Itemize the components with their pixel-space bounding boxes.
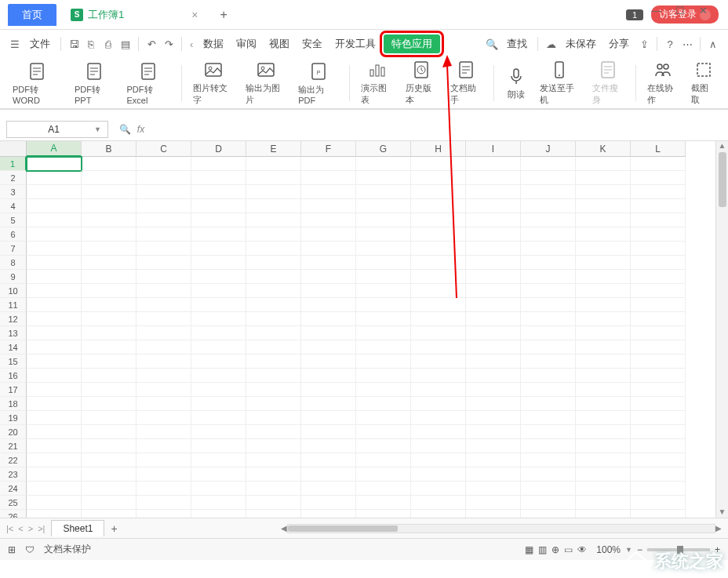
cell-F24[interactable]	[301, 482, 356, 496]
cell-K14[interactable]	[576, 340, 631, 354]
cell-D4[interactable]	[191, 199, 246, 213]
ribbon-演示图表[interactable]: 演示图表	[355, 60, 399, 106]
cell-J21[interactable]	[521, 439, 576, 453]
cell-F18[interactable]	[301, 397, 356, 411]
cell-D6[interactable]	[191, 227, 246, 242]
status-collapse-icon[interactable]: ⊞	[8, 544, 16, 555]
cell-I19[interactable]	[466, 411, 521, 425]
col-header-E[interactable]: E	[246, 141, 301, 157]
row-header-13[interactable]: 13	[0, 326, 27, 340]
cell-J23[interactable]	[521, 467, 576, 482]
row-header-8[interactable]: 8	[0, 256, 27, 270]
cell-B18[interactable]	[82, 397, 136, 411]
cell-D9[interactable]	[191, 270, 246, 284]
cell-E23[interactable]	[246, 467, 301, 482]
cell-I17[interactable]	[466, 383, 521, 397]
search-button[interactable]: 查找	[502, 37, 532, 51]
cell-K1[interactable]	[576, 157, 631, 171]
row-header-20[interactable]: 20	[0, 425, 27, 439]
save-as-icon[interactable]: ⎘	[84, 37, 98, 51]
cell-B5[interactable]	[82, 213, 136, 227]
cell-J19[interactable]	[521, 411, 576, 425]
cell-F15[interactable]	[301, 354, 356, 369]
cell-I24[interactable]	[466, 482, 521, 496]
cell-F9[interactable]	[301, 270, 356, 284]
cell-H5[interactable]	[411, 213, 466, 227]
cell-C17[interactable]	[136, 383, 191, 397]
cell-E6[interactable]	[246, 227, 301, 242]
cell-J7[interactable]	[521, 242, 576, 256]
cell-A9[interactable]	[27, 270, 82, 284]
sheet-tab-active[interactable]: Sheet1	[51, 520, 104, 536]
row-header-17[interactable]: 17	[0, 383, 27, 397]
cell-J22[interactable]	[521, 453, 576, 467]
vertical-scrollbar[interactable]: ▲ ▼	[715, 141, 728, 518]
help-icon[interactable]: ?	[663, 37, 677, 51]
row-header-26[interactable]: 26	[0, 510, 27, 518]
cell-L14[interactable]	[631, 340, 686, 354]
cell-D25[interactable]	[191, 496, 246, 510]
row-header-23[interactable]: 23	[0, 467, 27, 482]
cell-L19[interactable]	[631, 411, 686, 425]
cell-D15[interactable]	[191, 354, 246, 369]
cell-A11[interactable]	[27, 298, 82, 312]
cell-L1[interactable]	[631, 157, 686, 171]
cell-I6[interactable]	[466, 227, 521, 242]
cell-B21[interactable]	[82, 439, 136, 453]
cell-J5[interactable]	[521, 213, 576, 227]
cell-H24[interactable]	[411, 482, 466, 496]
ribbon-PDF转Excel[interactable]: PDF转Excel	[121, 62, 177, 105]
cell-F5[interactable]	[301, 213, 356, 227]
cell-G13[interactable]	[356, 326, 411, 340]
view-pagebreak-icon[interactable]: ⊕	[551, 544, 559, 555]
save-icon[interactable]: 🖫	[67, 37, 81, 51]
cell-E22[interactable]	[246, 453, 301, 467]
view-pagelayout-icon[interactable]: ▥	[538, 544, 547, 555]
cell-J12[interactable]	[521, 312, 576, 326]
cell-D12[interactable]	[191, 312, 246, 326]
cell-K25[interactable]	[576, 496, 631, 510]
cell-C25[interactable]	[136, 496, 191, 510]
cell-K18[interactable]	[576, 397, 631, 411]
cell-C14[interactable]	[136, 340, 191, 354]
cell-A6[interactable]	[27, 227, 82, 242]
row-header-16[interactable]: 16	[0, 369, 27, 383]
row-header-19[interactable]: 19	[0, 411, 27, 425]
cell-J20[interactable]	[521, 425, 576, 439]
cell-K21[interactable]	[576, 439, 631, 453]
unsaved-label[interactable]: 未保存	[561, 37, 601, 51]
cell-A24[interactable]	[27, 482, 82, 496]
cell-E5[interactable]	[246, 213, 301, 227]
cell-B17[interactable]	[82, 383, 136, 397]
file-menu[interactable]: 文件	[25, 37, 55, 51]
name-box-dropdown-icon[interactable]: ▼	[94, 125, 101, 133]
cell-L8[interactable]	[631, 256, 686, 270]
close-window-icon[interactable]: ✕	[699, 5, 708, 16]
cell-I16[interactable]	[466, 369, 521, 383]
cell-G4[interactable]	[356, 199, 411, 213]
cell-J14[interactable]	[521, 340, 576, 354]
cell-I10[interactable]	[466, 284, 521, 298]
row-header-9[interactable]: 9	[0, 270, 27, 284]
cell-L22[interactable]	[631, 453, 686, 467]
cell-I22[interactable]	[466, 453, 521, 467]
cell-B15[interactable]	[82, 354, 136, 369]
cell-J2[interactable]	[521, 171, 576, 185]
view-eye-icon[interactable]: 👁	[577, 544, 587, 555]
cell-B16[interactable]	[82, 369, 136, 383]
cell-C7[interactable]	[136, 242, 191, 256]
cell-H4[interactable]	[411, 199, 466, 213]
cell-C3[interactable]	[136, 185, 191, 199]
cell-L9[interactable]	[631, 270, 686, 284]
cell-D14[interactable]	[191, 340, 246, 354]
sheet-prev-icon[interactable]: <	[18, 524, 23, 533]
cell-H16[interactable]	[411, 369, 466, 383]
cell-G5[interactable]	[356, 213, 411, 227]
cell-A3[interactable]	[27, 185, 82, 199]
cell-D21[interactable]	[191, 439, 246, 453]
cell-G9[interactable]	[356, 270, 411, 284]
cell-F12[interactable]	[301, 312, 356, 326]
cell-C4[interactable]	[136, 199, 191, 213]
cell-A4[interactable]	[27, 199, 82, 213]
row-header-21[interactable]: 21	[0, 439, 27, 453]
